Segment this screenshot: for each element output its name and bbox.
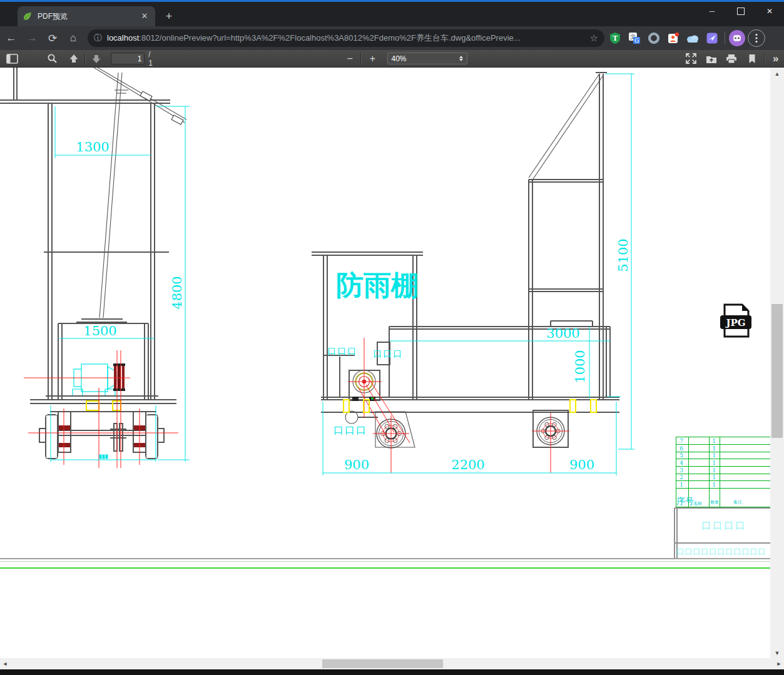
vertical-scrollbar-thumb[interactable] bbox=[771, 304, 783, 438]
dim-right-height: 5100 bbox=[616, 238, 631, 272]
shelter-label: 防雨棚 bbox=[336, 269, 419, 301]
address-bar[interactable]: ⓘ localhost:8012/onlinePreview?url=http%… bbox=[88, 29, 604, 47]
search-button[interactable] bbox=[44, 51, 60, 66]
bom-header-qty: 数量 bbox=[710, 500, 719, 505]
sheet-border bbox=[0, 559, 770, 568]
bom-row-qty: 1 bbox=[712, 445, 716, 452]
bookmark-star-icon[interactable]: ☆ bbox=[590, 33, 598, 44]
extension-cloud[interactable] bbox=[684, 29, 701, 47]
browser-tab[interactable]: PDF预览 ✕ bbox=[18, 6, 155, 26]
bom-row-qty: 1 bbox=[712, 438, 716, 444]
window-controls: ─ ✕ bbox=[698, 2, 784, 22]
jpg-badge-label: JPG bbox=[725, 317, 745, 328]
left-view-motor bbox=[73, 364, 116, 395]
bird-icon bbox=[706, 32, 718, 44]
vertical-scrollbar[interactable]: ▲ ▼ bbox=[770, 68, 784, 658]
kebab-menu-icon bbox=[755, 33, 758, 43]
zoom-select[interactable]: 40% bbox=[387, 53, 468, 64]
bom-header-no: 序号 bbox=[676, 496, 694, 506]
left-view-couplings bbox=[59, 363, 145, 447]
dim-left-height: 4800 bbox=[170, 276, 185, 309]
new-tab-button[interactable]: + bbox=[161, 9, 176, 24]
bookmark-button[interactable] bbox=[743, 51, 760, 66]
dim-left-inner: 1500 bbox=[83, 323, 116, 338]
under-deck-label: 口口口 bbox=[333, 424, 367, 436]
bom-row-no: 7 bbox=[680, 438, 683, 444]
cad-drawing: 1300 4800 1500 bbox=[0, 68, 770, 658]
forward-button[interactable]: → bbox=[23, 29, 41, 48]
browser-menu-button[interactable] bbox=[748, 29, 765, 47]
page-down-icon bbox=[91, 54, 101, 64]
svg-text:G: G bbox=[634, 38, 639, 44]
bom-row-qty: 1 bbox=[712, 452, 716, 459]
dim-box-length: 3000 bbox=[546, 326, 579, 341]
presentation-mode-button[interactable] bbox=[683, 51, 699, 66]
bom-row-no: 1 bbox=[680, 482, 683, 488]
left-view-yellow-pads bbox=[86, 401, 121, 410]
next-page-button[interactable] bbox=[88, 51, 104, 66]
extension-tampermonkey[interactable]: T bbox=[606, 29, 624, 47]
sidebar-toggle-button[interactable] bbox=[4, 51, 20, 66]
site-info-icon[interactable]: ⓘ bbox=[94, 33, 102, 44]
bom-row-qty: 1 bbox=[712, 467, 716, 474]
scroll-up-icon[interactable]: ▲ bbox=[770, 69, 784, 79]
sidebar-toggle-icon bbox=[6, 54, 18, 64]
print-button[interactable] bbox=[723, 51, 740, 66]
bom-header-name: 名称 bbox=[693, 501, 702, 506]
pdf-toolbar: / 1 − + 40% bbox=[0, 50, 784, 68]
ring-icon bbox=[648, 32, 660, 44]
orange-extension-icon bbox=[667, 32, 680, 44]
window-bottom-strip bbox=[0, 669, 784, 675]
zoom-out-button[interactable]: − bbox=[342, 51, 358, 66]
horizontal-scrollbar[interactable]: ◄ ► bbox=[0, 658, 784, 669]
page-number-input[interactable] bbox=[111, 53, 145, 64]
extension-bird[interactable] bbox=[703, 29, 721, 47]
left-view bbox=[0, 68, 186, 459]
bom-row-no: 4 bbox=[680, 460, 683, 466]
scroll-left-icon[interactable]: ◄ bbox=[0, 658, 10, 669]
drawing-subtitle-glyphs: 口口口口口口口口口口口 bbox=[677, 547, 766, 556]
home-button[interactable]: ⌂ bbox=[64, 29, 83, 48]
toolbar-separator bbox=[725, 33, 725, 44]
avatar-face-icon bbox=[731, 33, 743, 44]
scroll-down-icon[interactable]: ▼ bbox=[770, 648, 784, 658]
previous-page-button[interactable] bbox=[66, 51, 82, 66]
zoom-in-button[interactable]: + bbox=[364, 51, 380, 66]
bom-row-no: 6 bbox=[680, 445, 683, 452]
bom-row-no: 3 bbox=[680, 467, 683, 474]
maximize-button[interactable] bbox=[726, 2, 755, 21]
bom-row-no: 2 bbox=[680, 474, 683, 480]
more-tools-button[interactable]: » bbox=[768, 51, 784, 66]
translate-icon: 文 G bbox=[628, 32, 641, 44]
fullscreen-icon bbox=[686, 53, 696, 64]
extension-ring[interactable] bbox=[645, 29, 663, 47]
bom-row-qty: 1 bbox=[712, 474, 716, 480]
dim-rear-overhang: 900 bbox=[569, 457, 594, 472]
drawing-title-glyphs: 口口口口 bbox=[701, 520, 746, 531]
bom-header-remark: 备注 bbox=[733, 499, 742, 505]
extension-translate[interactable]: 文 G bbox=[626, 29, 643, 47]
dim-left-width: 1300 bbox=[76, 140, 109, 155]
close-button[interactable]: ✕ bbox=[755, 2, 784, 21]
extension-orange-badge[interactable] bbox=[664, 29, 682, 47]
jpg-file-icon: JPG bbox=[720, 305, 751, 337]
side-view-slant-roof bbox=[529, 74, 603, 181]
motor-label-2: 口口口 bbox=[373, 348, 403, 358]
browser-toolbar: ← → ⟳ ⌂ ⓘ localhost:8012/onlinePreview?u… bbox=[0, 26, 784, 50]
url-host: localhost bbox=[107, 33, 139, 43]
dim-box-height: 1000 bbox=[573, 350, 588, 383]
open-file-button[interactable] bbox=[703, 51, 720, 66]
left-view-centerlines bbox=[24, 350, 178, 468]
bom-row-no: 5 bbox=[680, 452, 683, 459]
bom-row-qty: 1 bbox=[712, 460, 716, 466]
spring-leaf-favicon bbox=[23, 11, 33, 21]
scroll-right-icon[interactable]: ► bbox=[774, 658, 784, 669]
back-button[interactable]: ← bbox=[2, 29, 21, 48]
profile-avatar[interactable] bbox=[729, 30, 745, 46]
minimize-button[interactable]: ─ bbox=[698, 2, 726, 21]
reload-button[interactable]: ⟳ bbox=[43, 29, 62, 48]
horizontal-scrollbar-thumb[interactable] bbox=[322, 659, 443, 668]
url-path: :8012/onlinePreview?url=http%3A%2F%2Floc… bbox=[139, 33, 520, 43]
tab-close-icon[interactable]: ✕ bbox=[139, 11, 150, 22]
search-icon bbox=[47, 53, 58, 64]
